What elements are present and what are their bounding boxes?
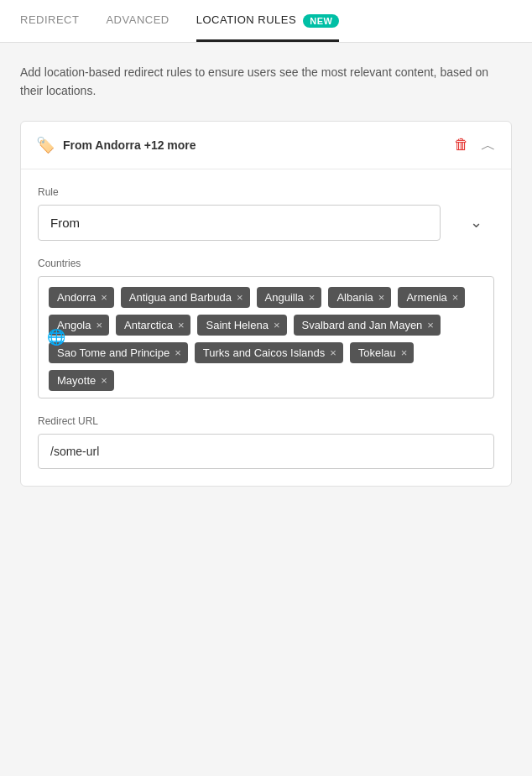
countries-field-label: Countries [38, 258, 494, 269]
rule-card-body: Rule From ⌄ Countries 🌐 Andorra×Antigua … [21, 169, 511, 486]
list-item: Turks and Caicos Islands× [195, 342, 343, 363]
rule-card-header: 🏷️ From Andorra +12 more 🗑 ︿ [21, 122, 511, 169]
country-tag-label: Mayotte [57, 374, 96, 387]
country-tag-label: Armenia [406, 291, 446, 304]
list-item: Anguilla× [257, 287, 322, 308]
list-item: Mayotte× [49, 370, 114, 391]
remove-country-button[interactable]: × [378, 292, 385, 303]
remove-country-button[interactable]: × [237, 292, 243, 303]
select-chevron-icon: ⌄ [470, 213, 482, 232]
country-tag-label: Tokelau [358, 346, 396, 359]
rule-field-label: Rule [38, 186, 494, 198]
list-item: Andorra× [49, 287, 114, 308]
rule-card-title: From Andorra +12 more [63, 138, 446, 152]
remove-country-button[interactable]: × [401, 347, 408, 358]
country-tag-label: Anguilla [265, 291, 304, 304]
remove-country-button[interactable]: × [101, 292, 107, 303]
rule-card: 🏷️ From Andorra +12 more 🗑 ︿ Rule From ⌄… [20, 121, 512, 487]
country-tag-label: Andorra [57, 291, 96, 304]
country-tag-label: Svalbard and Jan Mayen [302, 319, 423, 331]
remove-country-button[interactable]: × [96, 320, 102, 331]
redirect-url-input[interactable] [38, 434, 494, 469]
list-item: Antigua and Barbuda× [121, 287, 250, 308]
rule-select[interactable]: From [38, 205, 441, 241]
delete-rule-button[interactable]: 🗑 [454, 136, 469, 154]
tab-location-rules[interactable]: Location RulesNEW [196, 0, 340, 42]
rule-select-wrapper: From ⌄ [38, 205, 494, 241]
tabs-nav: Redirect Advanced Location RulesNEW [0, 0, 532, 43]
collapse-rule-button[interactable]: ︿ [481, 135, 496, 155]
list-item: Saint Helena× [197, 315, 286, 336]
country-tag-label: Antigua and Barbuda [129, 291, 232, 304]
remove-country-button[interactable]: × [330, 347, 336, 358]
remove-country-button[interactable]: × [175, 347, 181, 358]
list-item: Sao Tome and Principe× [49, 342, 188, 363]
remove-country-button[interactable]: × [178, 320, 185, 331]
list-item: Albania× [328, 287, 391, 308]
globe-icon: 🌐 [47, 328, 65, 346]
country-tag-label: Sao Tome and Principe [57, 346, 170, 359]
countries-box[interactable]: 🌐 Andorra×Antigua and Barbuda×Anguilla×A… [38, 276, 494, 398]
rule-card-actions: 🗑 ︿ [454, 135, 496, 155]
list-item: Tokelau× [350, 342, 414, 363]
tab-redirect[interactable]: Redirect [20, 0, 79, 42]
list-item: Armenia× [398, 287, 465, 308]
tag-icon: 🏷️ [36, 136, 55, 154]
tab-location-rules-label: Location Rules [196, 13, 296, 26]
country-tag-label: Turks and Caicos Islands [203, 346, 325, 359]
remove-country-button[interactable]: × [274, 320, 280, 331]
country-tag-label: Saint Helena [206, 319, 268, 331]
list-item: Svalbard and Jan Mayen× [294, 315, 441, 336]
remove-country-button[interactable]: × [101, 375, 107, 386]
country-tag-label: Albania [336, 291, 373, 304]
list-item: Antarctica× [116, 315, 190, 336]
tab-advanced[interactable]: Advanced [106, 0, 169, 42]
redirect-url-label: Redirect URL [38, 415, 494, 427]
remove-country-button[interactable]: × [427, 320, 434, 331]
tab-location-rules-badge: NEW [303, 14, 339, 28]
country-tag-label: Antarctica [124, 319, 173, 331]
remove-country-button[interactable]: × [309, 292, 316, 303]
remove-country-button[interactable]: × [452, 292, 459, 303]
page-content: Add location-based redirect rules to ens… [0, 43, 532, 507]
page-description: Add location-based redirect rules to ens… [20, 63, 512, 101]
